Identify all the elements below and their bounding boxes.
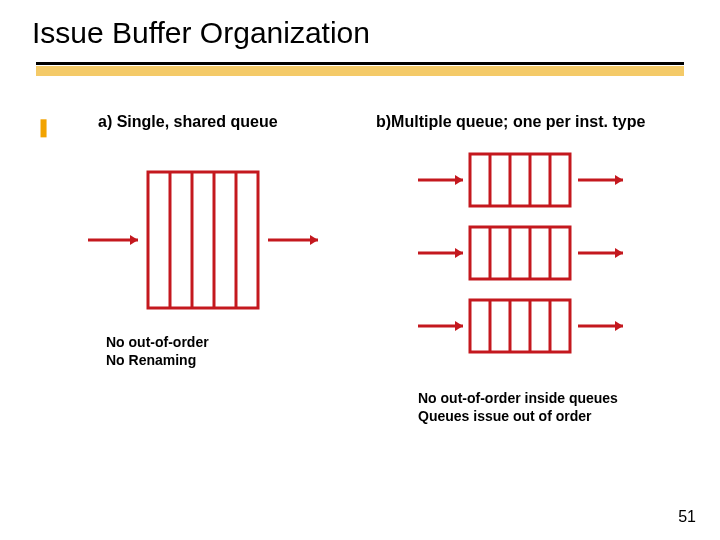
rule-band xyxy=(36,66,684,76)
column-a-caption: No out-of-order No Renaming xyxy=(106,334,209,369)
column-a-heading: a) Single, shared queue xyxy=(98,113,278,131)
svg-marker-8 xyxy=(310,235,318,245)
svg-rect-2 xyxy=(148,172,258,308)
caption-b-line2: Queues issue out of order xyxy=(418,408,591,424)
caption-a-line2: No Renaming xyxy=(106,352,196,368)
svg-marker-17 xyxy=(615,175,623,185)
rule-line xyxy=(36,62,684,65)
svg-marker-35 xyxy=(615,321,623,331)
column-b-caption: No out-of-order inside queues Queues iss… xyxy=(418,390,618,425)
bullet-icon: ❚ xyxy=(36,116,51,138)
svg-marker-26 xyxy=(615,248,623,258)
svg-rect-29 xyxy=(470,300,570,352)
svg-marker-10 xyxy=(455,175,463,185)
title-rule xyxy=(36,62,684,78)
column-b-heading: b)Multiple queue; one per inst. type xyxy=(376,113,645,131)
diagram-single-queue xyxy=(78,160,338,320)
svg-rect-20 xyxy=(470,227,570,279)
svg-marker-1 xyxy=(130,235,138,245)
svg-marker-19 xyxy=(455,248,463,258)
svg-rect-11 xyxy=(470,154,570,206)
caption-a-line1: No out-of-order xyxy=(106,334,209,350)
page-number: 51 xyxy=(678,508,696,526)
svg-marker-28 xyxy=(455,321,463,331)
page-title: Issue Buffer Organization xyxy=(32,16,370,50)
diagram-multiple-queues xyxy=(408,148,668,363)
caption-b-line1: No out-of-order inside queues xyxy=(418,390,618,406)
